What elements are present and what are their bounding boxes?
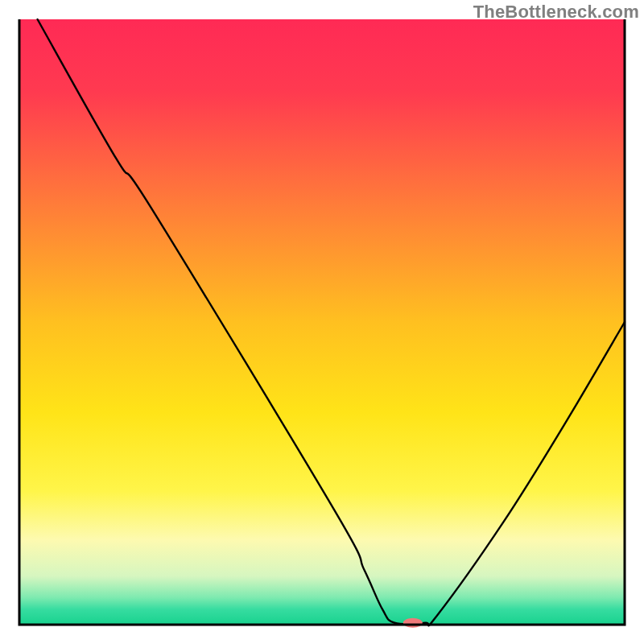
gradient-background (19, 19, 625, 625)
watermark-text: TheBottleneck.com (473, 2, 639, 23)
optimal-marker (403, 618, 423, 628)
plot-area (19, 19, 625, 628)
bottleneck-chart (0, 0, 644, 644)
chart-container: TheBottleneck.com (0, 0, 644, 644)
